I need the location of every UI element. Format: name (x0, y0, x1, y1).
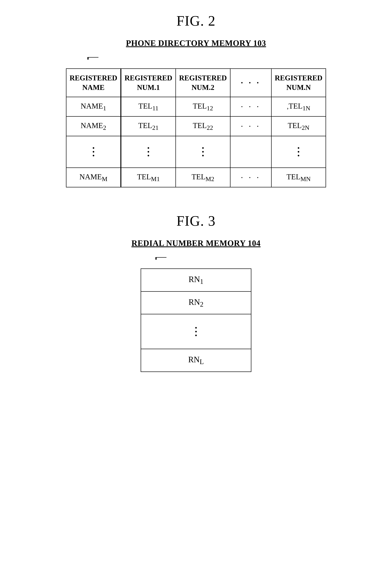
cell-tel12: TEL12 (176, 97, 230, 117)
table-row: NAME2 TEL21 TEL22 · · · TEL2N (66, 117, 326, 136)
sub-2n: 2N (302, 124, 310, 131)
vertical-dots-teln (275, 143, 322, 161)
redial-row-l: RNL (141, 349, 251, 372)
cell-telm1: TELM1 (121, 168, 176, 187)
dot (298, 147, 299, 149)
vertical-dots-tel1 (124, 143, 172, 161)
dot (148, 155, 149, 156)
page-container: FIG. 2 PHONE DIRECTORY MEMORY 103 ⌐ REGI… (22, 13, 370, 372)
fig2-brace-icon: ⌐ (86, 54, 100, 61)
sub-mn: MN (300, 175, 310, 182)
redial-row-1: RN1 (141, 269, 251, 291)
cell-name2: NAME2 (66, 117, 121, 136)
dot (195, 335, 197, 336)
cell-dots-row2: · · · (230, 117, 271, 136)
sub-2: 2 (103, 124, 106, 131)
fig3-inner: FIG. 3 REDIAL NUMBER MEMORY 104 ⌐ RN1 RN… (22, 213, 370, 372)
cell-vdots-tel1 (121, 136, 176, 168)
sub-m1: M1 (151, 175, 160, 182)
sub-1n: 1N (302, 105, 310, 112)
header-registered-num1: REGISTEREDNUM.1 (121, 69, 176, 97)
sub-11: 11 (152, 105, 158, 112)
cell-dots-rowm: · · · (230, 168, 271, 187)
vertical-dots-name (70, 143, 118, 161)
dot (93, 147, 94, 149)
dot (93, 151, 94, 153)
fig3-brace-icon: ⌐ (154, 254, 168, 261)
cell-telm2: TELM2 (176, 168, 230, 187)
redial-row-dots (141, 314, 251, 349)
cell-vdots-name (66, 136, 121, 168)
table-row: NAMEM TELM1 TELM2 · · · TELMN (66, 168, 326, 187)
dot (195, 331, 197, 332)
fig2-memory-label: PHONE DIRECTORY MEMORY 103 (126, 39, 266, 48)
sub-m: M (102, 175, 108, 182)
sub-rnl: L (200, 358, 204, 366)
fig3-section: FIG. 3 REDIAL NUMBER MEMORY 104 ⌐ RN1 RN… (22, 213, 370, 372)
dot (148, 151, 149, 153)
cell-tel2n: TEL2N (271, 117, 326, 136)
sub-22: 22 (207, 124, 213, 131)
table-header-row: REGISTEREDNAME REGISTEREDNUM.1 REGISTERE… (66, 69, 326, 97)
phone-directory-table: REGISTEREDNAME REGISTEREDNUM.1 REGISTERE… (66, 68, 326, 187)
vertical-dots-tel2 (179, 143, 227, 161)
sub-m2: M2 (206, 175, 214, 182)
dot (202, 155, 204, 156)
header-registered-numn: REGISTEREDNUM.N (271, 69, 326, 97)
redial-row-2: RN2 (141, 291, 251, 314)
table-row: NAME1 TEL11 TEL12 · · · ,TEL1N (66, 97, 326, 117)
table-row-dots (66, 136, 326, 168)
fig3-brace-container: ⌐ (141, 251, 251, 264)
cell-rn-dots (141, 314, 251, 349)
fig2-brace-container: ⌐ (70, 51, 322, 64)
dot (148, 147, 149, 149)
cell-vdots-dots (230, 136, 271, 168)
cell-vdots-teln (271, 136, 326, 168)
sub-21: 21 (152, 124, 158, 131)
fig3-memory-label: REDIAL NUMBER MEMORY 104 (132, 239, 260, 248)
cell-dots-row1: · · · (230, 97, 271, 117)
sub-1: 1 (103, 105, 106, 112)
dot (93, 155, 94, 156)
dot (195, 327, 197, 329)
cell-tel11: TEL11 (121, 97, 176, 117)
dot (202, 151, 204, 153)
sub-rn2: 2 (200, 300, 204, 308)
header-registered-num2: REGISTEREDNUM.2 (176, 69, 230, 97)
header-registered-name: REGISTEREDNAME (66, 69, 121, 97)
cell-vdots-tel2 (176, 136, 230, 168)
fig2-section: FIG. 2 PHONE DIRECTORY MEMORY 103 ⌐ REGI… (22, 13, 370, 187)
fig2-title: FIG. 2 (176, 13, 216, 29)
fig3-title: FIG. 3 (176, 213, 216, 229)
sub-12: 12 (207, 105, 213, 112)
redial-table: RN1 RN2 (141, 268, 251, 372)
cell-tel22: TEL22 (176, 117, 230, 136)
cell-rn2: RN2 (141, 291, 251, 314)
cell-tel1n: ,TEL1N (271, 97, 326, 117)
dot (298, 155, 299, 156)
vertical-dots-rn (148, 322, 244, 341)
dot (202, 147, 204, 149)
cell-telmn: TELMN (271, 168, 326, 187)
cell-name1: NAME1 (66, 97, 121, 117)
header-dots: · · · (230, 69, 271, 97)
sub-rn1: 1 (200, 278, 204, 285)
dot (298, 151, 299, 153)
cell-rn1: RN1 (141, 269, 251, 291)
cell-tel21: TEL21 (121, 117, 176, 136)
cell-namem: NAMEM (66, 168, 121, 187)
cell-rnl: RNL (141, 349, 251, 372)
